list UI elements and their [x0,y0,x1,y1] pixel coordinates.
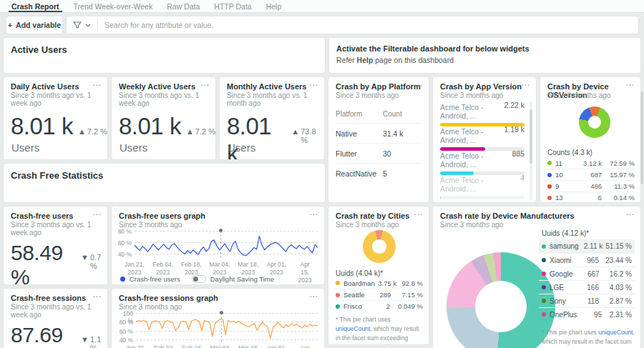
add-variable-label: Add variable [16,21,61,29]
tab-trend-week-over-week[interactable]: Trend Week-over-Week [67,0,160,12]
cities-donut-chart[interactable] [363,230,396,263]
legend-row[interactable]: 948611.3 % [547,180,635,192]
widget-menu-icon[interactable]: ⋯ [92,209,102,219]
widget-menu-icon[interactable]: ⋯ [309,80,318,90]
widget-crash-by-app-version: Crash by App Version Since 3 months ago … [432,76,537,203]
scrollbar[interactable] [530,101,532,200]
cities-legend: Boardman3.75 k92.8 % Seattle2897.15 % Fr… [336,277,423,312]
tab-raw-data[interactable]: Raw Data [160,0,207,12]
legend-row[interactable]: Google66716.2 % [539,267,635,280]
legend-dot [542,299,546,303]
trend-down-icon: ▼ [81,253,89,262]
page-scrollbar[interactable] [640,91,643,184]
trend-value: 1.1 % [90,335,107,348]
manufacturers-legend: samsung2.11 k51.15 % Xiaomi96523.44 % Go… [539,239,635,321]
legend-row[interactable]: 1360.14 % [547,192,635,203]
section-active-users: Active Users [3,37,326,74]
widget-crash-free-users-graph: Crash-free users graph Since 3 months ag… [111,206,325,285]
legend-row[interactable]: Seattle2897.15 % [336,289,423,300]
bar-row[interactable]: Acme Telco -Android, ...2.22 k [440,100,525,124]
bar-track [440,196,525,199]
widget-menu-icon[interactable]: ⋯ [309,292,318,302]
widget-subtitle: Since 3 months ago [336,91,399,99]
legend-row[interactable]: Frisco20.049 % [336,300,423,312]
kpi-unit: Users [228,141,255,154]
chart-legend: Crash-free users Daylight Saving Time [120,275,274,283]
legend-row[interactable]: Boardman3.75 k92.8 % [336,277,423,289]
section-crash-free-statistics: Crash Free Statistics [3,163,326,203]
widget-menu-icon[interactable]: ⋯ [521,80,530,90]
widget-crash-rate-by-device-manufacturers: Crash rate by Device Manufacturers Since… [432,206,641,348]
legend-dot [336,304,340,309]
filter-funnel-icon[interactable] [73,21,82,29]
daylight-saving-toggle[interactable] [192,275,206,283]
widget-menu-icon[interactable]: ⋯ [309,209,318,219]
widget-menu-icon[interactable]: ⋯ [625,209,635,219]
widget-title: Crash by App Platform [336,82,421,91]
kpi-value: 8.01 k [11,113,73,140]
table-row[interactable]: ReactNative5 [336,163,421,183]
legend-row[interactable]: OnePlus952.31 % [539,307,635,321]
legend-dot [336,281,340,285]
platform-table: PlatformCount Native31.4 k Flutter30 Rea… [336,104,421,183]
toggle-label: Daylight Saving Time [210,275,274,283]
tab-help[interactable]: Help [259,0,289,12]
bar-row[interactable]: Acme Telco -Android, ...4 [440,173,525,197]
bar-row[interactable]: Acme Telco -Android, ...1.19 k [440,124,525,149]
widget-crash-by-device-osversion: Crash by Device OSVersion Since 3 months… [540,76,641,203]
legend-row[interactable]: 113.12 k72.59 % [547,157,635,169]
legend-dot [542,272,546,276]
section-title: Crash Free Statistics [11,170,103,181]
osversion-donut-chart[interactable] [579,106,610,138]
widget-title: Crash by App Version [440,82,522,91]
trend-up-icon: ▲ [78,127,86,136]
users-line-chart[interactable]: 40 %60 %80 % [135,228,318,258]
widget-title: Daily Active Users [11,82,79,91]
series-label[interactable]: Crash-free users [130,275,180,283]
search-input[interactable] [104,21,638,29]
tab-crash-report[interactable]: Crash Report [4,0,67,12]
table-header: PlatformCount [336,104,421,123]
notice-line1: Activate the Filterable dashboard for be… [336,44,530,53]
widget-menu-icon[interactable]: ⋯ [92,80,102,90]
series-dot [120,277,125,282]
widget-menu-icon[interactable]: ⋯ [414,209,423,219]
legend-row[interactable]: samsung2.11 k51.15 % [539,239,635,253]
add-variable-button[interactable]: + Add variable [6,16,63,34]
table-row[interactable]: Flutter30 [336,143,421,163]
legend-row[interactable]: 1068715.97 % [547,169,635,180]
legend-row[interactable]: Xiaomi96523.44 % [539,253,635,267]
legend-row[interactable]: Sony1182.87 % [539,294,635,307]
uniquecount-link[interactable]: uniqueCount [598,329,633,336]
widget-subtitle: Since 3 months ago vs. 1 week ago [11,221,107,237]
trend-value: 7.2 % [87,127,107,136]
legend-row[interactable]: LGE1664.03 % [539,280,635,294]
widget-menu-icon[interactable]: ⋯ [414,80,423,90]
widget-crash-free-sessions: Crash-free sessions Since 3 months ago v… [3,288,108,348]
widget-title: Weekly Active Users [119,82,195,91]
widget-title: Crash-free users graph [119,212,205,220]
widget-menu-icon[interactable]: ⋯ [92,292,102,302]
divider [97,19,98,31]
widget-crash-by-app-platform: Crash by App Platform Since 3 months ago… [328,76,429,203]
filter-search-bar [66,16,639,34]
widget-subtitle: Since 3 months ago vs. 1 week ago [119,91,215,107]
tab-http-data[interactable]: HTTP Data [207,0,258,12]
pie-footnote: * This pie chart uses uniqueCount, which… [542,328,635,348]
widget-monthly-active-users: Monthly Active Users Since 3 months ago … [219,76,325,160]
legend-header: Uuids (4.04 k)* [336,269,383,277]
scrollbar-thumb[interactable] [530,109,532,164]
sessions-line-chart[interactable]: 40 %60 %80 %100 % [136,310,318,342]
toggle-knob [193,277,198,282]
chevron-down-icon[interactable] [85,24,91,27]
legend-dot [542,244,546,249]
notice-card: Activate the Filterable dashboard for be… [328,37,641,74]
uniquecount-link[interactable]: uniqueCount [336,325,370,332]
bar-row[interactable]: Acme Telco -Android, ...885 [440,149,525,173]
notice-line2: Refer Help page on this dashboard [336,56,454,64]
widget-menu-icon[interactable]: ⋯ [625,80,635,90]
widget-title: Crash rate by Device Manufacturers [440,212,575,220]
table-row[interactable]: Native31.4 k [336,123,421,143]
widget-menu-icon[interactable]: ⋯ [200,80,210,90]
trend-value: 7.2 % [195,127,215,136]
